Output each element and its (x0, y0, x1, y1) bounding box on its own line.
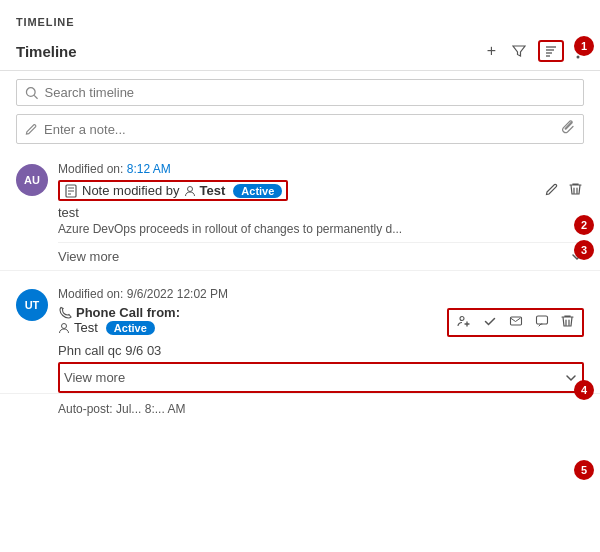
sort-button[interactable] (538, 40, 564, 62)
badge-3: 3 (574, 240, 594, 260)
email-button[interactable] (507, 312, 525, 333)
phone-user: Test (74, 320, 98, 335)
phn-text: Phn call qc 9/6 03 (58, 343, 584, 358)
entry-time-1: 8:12 AM (127, 162, 171, 176)
note-bar[interactable] (16, 114, 584, 144)
active-badge-2: Active (106, 321, 155, 335)
svg-rect-17 (537, 316, 548, 324)
svg-point-15 (460, 316, 464, 320)
attach-icon[interactable] (562, 120, 575, 138)
header-actions: + (483, 40, 584, 62)
phone-call-title: Phone Call from: (58, 305, 180, 320)
timeline-title: Timeline (16, 43, 77, 60)
search-bar[interactable] (16, 79, 584, 106)
pencil-icon (25, 122, 38, 136)
note-input[interactable] (44, 122, 556, 137)
add-button[interactable]: + (483, 40, 500, 62)
avatar-au: AU (16, 164, 48, 196)
note-user: Test (200, 183, 226, 198)
delete-button-1[interactable] (567, 180, 584, 201)
note-modified-text: Note modified by (82, 183, 180, 198)
phone-actions-box (447, 308, 584, 337)
delete-button-2[interactable] (559, 312, 576, 333)
svg-point-13 (187, 186, 192, 191)
entry-desc-1: Azure DevOps proceeds in rollout of chan… (58, 222, 584, 236)
assign-button[interactable] (455, 312, 473, 333)
search-input[interactable] (45, 85, 576, 100)
svg-point-14 (62, 323, 67, 328)
complete-button[interactable] (481, 312, 499, 333)
filter-button[interactable] (508, 42, 530, 60)
timeline-entry-1: AU Modified on: 8:12 AM Note modified by (0, 152, 600, 271)
person-icon-2 (58, 322, 70, 334)
page-wrapper: TIMELINE Timeline + (0, 0, 600, 416)
badge-1: 1 (574, 36, 594, 56)
auto-post: Auto-post: Jul... 8:... AM (0, 394, 600, 416)
entry-actions-1 (543, 180, 584, 201)
note-modified-box: Note modified by Test Active (58, 180, 288, 201)
badge-5: 5 (574, 460, 594, 480)
svg-point-7 (26, 87, 35, 96)
badge-4: 4 (574, 380, 594, 400)
active-badge-1: Active (233, 184, 282, 198)
svg-point-6 (577, 56, 580, 59)
phone-call-label: Phone Call from: (76, 305, 180, 320)
entry-modified-2: Modified on: 9/6/2022 12:02 PM (58, 287, 584, 301)
badge-2: 2 (574, 215, 594, 235)
avatar-ut: UT (16, 289, 48, 321)
svg-line-8 (34, 95, 37, 98)
timeline-header: Timeline + (0, 36, 600, 71)
entry-title-row-1: Note modified by Test Active (58, 180, 584, 201)
entry-text-1: test (58, 205, 584, 220)
phone-icon (58, 306, 72, 320)
phone-call-contact: Test Active (58, 320, 180, 335)
section-title: TIMELINE (0, 16, 600, 36)
entry-body-1: Modified on: 8:12 AM Note modified by (58, 162, 584, 270)
person-icon (184, 185, 196, 197)
search-icon (25, 86, 39, 100)
entry-title-row-2: Phone Call from: Test Active (58, 305, 584, 339)
entry-body-2: Modified on: 9/6/2022 12:02 PM Phone Cal… (58, 287, 584, 393)
view-more-2[interactable]: View more (58, 362, 584, 393)
timeline-entry-2: UT Modified on: 9/6/2022 12:02 PM Phone … (0, 277, 600, 394)
chat-button[interactable] (533, 312, 551, 333)
view-more-1[interactable]: View more (58, 242, 584, 270)
edit-button-1[interactable] (543, 180, 561, 201)
entry-modified-1: Modified on: 8:12 AM (58, 162, 584, 176)
note-icon (64, 184, 78, 198)
